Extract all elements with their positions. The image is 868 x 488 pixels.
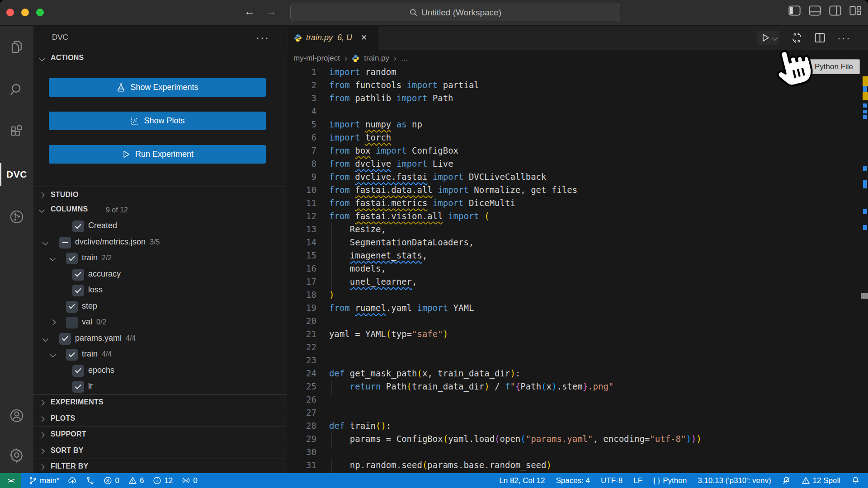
section-filter-by[interactable]: FILTER BY [33, 459, 287, 475]
show-plots-button[interactable]: Show Plots [49, 112, 266, 130]
code-line[interactable]: 28def train(): [287, 421, 868, 434]
account-icon[interactable] [0, 394, 33, 437]
checkbox-on[interactable] [66, 301, 78, 313]
code-line[interactable]: 20 [287, 316, 868, 329]
code-line[interactable]: 8from dvclive import Live [287, 159, 868, 172]
code-line[interactable]: 11from fastai.metrics import DiceMulti [287, 198, 868, 211]
chevron-down-icon[interactable] [42, 336, 48, 342]
tab-close-icon[interactable]: ✕ [361, 33, 367, 42]
code-line[interactable]: 26 [287, 394, 868, 408]
code-line[interactable]: 15 imagenet_stats, [287, 250, 868, 263]
status-item-cloud-upload[interactable] [68, 476, 77, 485]
zoom-window-button[interactable] [36, 9, 44, 16]
code-line[interactable]: 29 params = ConfigBox(yaml.load(open("pa… [287, 434, 868, 447]
code-line[interactable]: 12from fastai.vision.all import ( [287, 211, 868, 224]
status-item-utf-8[interactable]: UTF-8 [601, 476, 623, 485]
command-center-search[interactable]: Untitled (Workspace) [290, 4, 620, 21]
checkbox-mixed[interactable] [59, 237, 71, 249]
code-line[interactable]: 22 [287, 342, 868, 355]
status-item-warning[interactable]: 12 Spell [802, 476, 840, 485]
section-support[interactable]: SUPPORT [33, 427, 287, 443]
status-item-braces[interactable]: { }Python [653, 476, 687, 485]
sidebar-more-actions-icon[interactable]: ··· [256, 31, 269, 44]
status-item-spaces-4[interactable]: Spaces: 4 [556, 476, 590, 485]
show-experiments-button[interactable]: Show Experiments [49, 78, 266, 97]
code-line[interactable]: 9from dvclive.fastai import DVCLiveCallb… [287, 172, 868, 185]
code-line[interactable]: 19from ruamel.yaml import YAML [287, 303, 868, 316]
code-line[interactable]: 3from pathlib import Path [287, 93, 868, 106]
code-line[interactable]: 18) [287, 290, 868, 303]
customize-layout-icon[interactable] [849, 5, 862, 16]
dvc-view-icon[interactable]: DVC [0, 153, 33, 196]
status-item-branch[interactable]: main* [28, 476, 59, 485]
section-sort-by[interactable]: SORT BY [33, 443, 287, 459]
toggle-primary-sidebar-icon[interactable] [788, 5, 801, 16]
explorer-icon[interactable] [0, 26, 33, 68]
breadcrumb-project[interactable]: my-ml-project [293, 54, 340, 63]
run-python-file-button[interactable] [757, 31, 779, 45]
tree-item-val[interactable]: val0/2 [33, 314, 287, 331]
tree-item-accuracy[interactable]: accuracy [33, 267, 287, 283]
breadcrumb-file[interactable]: train.py [364, 54, 389, 63]
status-item-broadcast[interactable]: 0 [182, 476, 197, 485]
checkbox-on[interactable] [72, 285, 84, 296]
checkbox-on[interactable] [72, 365, 84, 377]
section-experiments[interactable]: EXPERIMENTS [33, 394, 287, 411]
code-line[interactable]: 13 Resize, [287, 224, 868, 237]
checkbox-on[interactable] [72, 381, 84, 393]
split-editor-icon[interactable] [814, 32, 826, 43]
tree-item-params-yaml[interactable]: params.yaml4/4 [33, 331, 287, 347]
search-view-icon[interactable] [0, 68, 33, 111]
code-line[interactable]: 24def get_mask_path(x, train_data_dir): [287, 368, 868, 381]
status-item-lf[interactable]: LF [633, 476, 642, 485]
chevron-down-icon[interactable] [50, 352, 56, 357]
tree-item-created[interactable]: Created [33, 218, 287, 235]
code-line[interactable]: 23 [287, 355, 868, 368]
source-control-icon[interactable] [0, 196, 33, 238]
code-line[interactable]: 14 SegmentationDataLoaders, [287, 237, 868, 250]
code-line[interactable]: 30 [287, 447, 868, 460]
section-studio[interactable]: STUDIO [33, 187, 287, 203]
checkbox-on[interactable] [72, 269, 84, 281]
settings-gear-icon[interactable] [0, 437, 33, 473]
status-item-info[interactable]: 12 [153, 476, 173, 485]
section-plots[interactable]: PLOTS [33, 411, 287, 427]
checkbox-off[interactable] [66, 317, 78, 328]
toggle-panel-icon[interactable] [809, 5, 821, 16]
close-window-button[interactable] [6, 9, 14, 16]
code-line[interactable]: 27 [287, 408, 868, 421]
back-icon[interactable]: ← [244, 5, 255, 18]
toggle-secondary-sidebar-icon[interactable] [829, 5, 841, 16]
chevron-down-icon[interactable] [50, 255, 56, 261]
code-line[interactable]: 10from fastai.data.all import Normalize,… [287, 185, 868, 198]
breadcrumb[interactable]: my-ml-project › train.py › ... [293, 50, 408, 67]
chevron-right-icon[interactable] [50, 319, 56, 325]
section-columns[interactable]: COLUMNS 9 of 12 [33, 204, 287, 218]
code-line[interactable]: 31 np.random.seed(params.base.random_see… [287, 460, 868, 473]
status-item-bell[interactable] [851, 476, 860, 485]
extensions-icon[interactable] [0, 111, 33, 153]
status-item-bell-slash[interactable] [782, 476, 791, 485]
status-item-ln-82-col-12[interactable]: Ln 82, Col 12 [499, 476, 545, 485]
checkbox-on[interactable] [59, 333, 71, 345]
status-item-error[interactable]: 0 [104, 476, 119, 485]
tab-train-py[interactable]: train.py 6, U ✕ [288, 26, 378, 50]
code-line[interactable]: 7from box import ConfigBox [287, 145, 868, 159]
tree-item-loss[interactable]: loss [33, 282, 287, 299]
minimize-window-button[interactable] [21, 9, 29, 16]
breadcrumb-symbol[interactable]: ... [401, 54, 407, 63]
run-dropdown-chevron-icon[interactable] [772, 35, 778, 41]
code-line[interactable]: 5import numpy as np [287, 119, 868, 132]
tree-item-dvclive-metrics-json[interactable]: dvclive/metrics.json3/5 [33, 235, 287, 251]
editor-more-actions-icon[interactable]: ··· [837, 32, 851, 44]
checkbox-on[interactable] [66, 253, 78, 264]
remote-indicator[interactable]: >< [0, 473, 21, 488]
chevron-down-icon[interactable] [42, 239, 48, 245]
code-line[interactable]: 21yaml = YAML(typ="safe") [287, 329, 868, 342]
tree-item-train[interactable]: train4/4 [33, 347, 287, 363]
forward-icon[interactable]: → [266, 5, 277, 18]
status-item-3-10-13-p310-venv-[interactable]: 3.10.13 ('p310': venv) [698, 476, 771, 485]
tree-item-step[interactable]: step [33, 299, 287, 315]
code-line[interactable]: 16 models, [287, 263, 868, 277]
code-line[interactable]: 4 [287, 106, 868, 119]
